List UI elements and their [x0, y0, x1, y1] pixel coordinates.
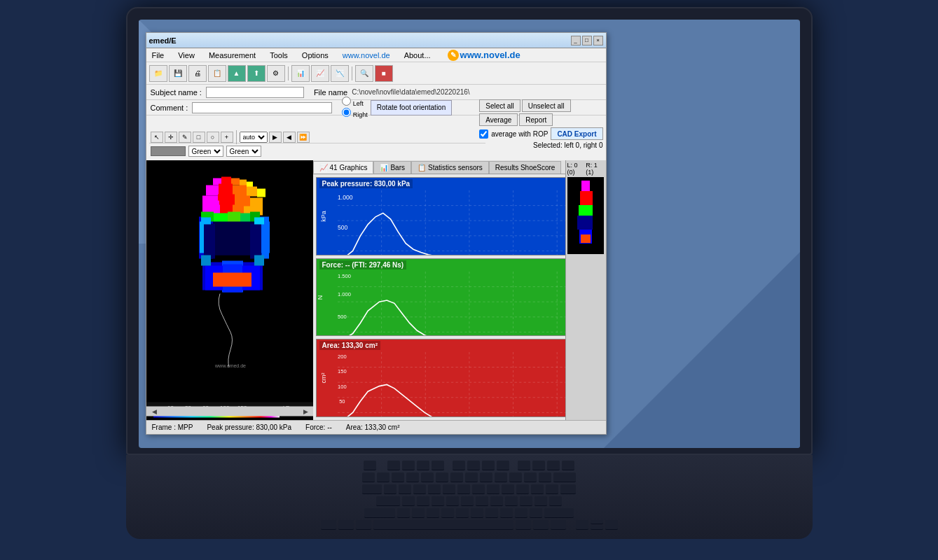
key-4[interactable]	[421, 472, 434, 482]
key-f2[interactable]	[402, 461, 415, 470]
menu-measurement[interactable]: Measurement	[206, 50, 258, 61]
key-f12[interactable]	[562, 461, 574, 470]
rotate-foot-button[interactable]: Rotate foot orientation	[371, 100, 452, 115]
key-z[interactable]	[397, 508, 410, 518]
key-comma[interactable]	[500, 508, 513, 518]
key-period[interactable]	[515, 508, 527, 518]
key-f4[interactable]	[432, 461, 444, 470]
key-f9[interactable]	[518, 461, 530, 470]
key-shift-r[interactable]	[544, 508, 574, 518]
key-f3[interactable]	[417, 461, 429, 470]
toolbar-btn-2[interactable]: 💾	[169, 65, 187, 82]
key-v[interactable]	[441, 508, 454, 518]
key-i[interactable]	[487, 484, 499, 494]
tool-btn-plus[interactable]: +	[221, 132, 233, 143]
key-caps[interactable]	[376, 496, 400, 506]
maximize-button[interactable]: □	[582, 36, 592, 46]
key-f11[interactable]	[547, 461, 560, 470]
key-fn[interactable]	[533, 520, 549, 530]
key-up[interactable]	[591, 520, 603, 524]
radio-left[interactable]	[342, 97, 351, 106]
key-f1[interactable]	[387, 461, 400, 470]
tool-btn-circle[interactable]: ○	[207, 132, 219, 143]
toolbar-btn-8[interactable]: 📊	[291, 65, 310, 82]
key-altgr[interactable]	[516, 520, 531, 530]
key-s[interactable]	[417, 496, 429, 506]
key-x[interactable]	[412, 508, 425, 518]
key-o[interactable]	[502, 484, 514, 494]
comment-input[interactable]	[192, 102, 332, 113]
select-all-button[interactable]: Select all	[479, 99, 520, 112]
key-f8[interactable]	[497, 461, 509, 470]
key-g[interactable]	[461, 496, 474, 506]
key-f7[interactable]	[482, 461, 495, 470]
tab-statistics[interactable]: 📋 Statistics sensors	[411, 161, 489, 174]
key-enter[interactable]	[560, 484, 576, 494]
key-ctrl-r[interactable]	[551, 520, 566, 530]
key-e[interactable]	[413, 484, 426, 494]
close-button[interactable]: ×	[593, 36, 603, 46]
key-f10[interactable]	[532, 461, 545, 470]
key-b[interactable]	[456, 508, 469, 518]
key-w[interactable]	[399, 484, 411, 494]
key-ctrl-l[interactable]	[321, 520, 336, 530]
menu-about[interactable]: About...	[401, 50, 434, 61]
key-semi[interactable]	[534, 496, 547, 506]
unselect-all-button[interactable]: Unselect all	[522, 99, 571, 112]
menu-tools[interactable]: Tools	[267, 50, 291, 61]
toolbar-btn-10[interactable]: 📉	[331, 65, 349, 82]
key-6[interactable]	[450, 472, 463, 482]
tool-btn-rect[interactable]: □	[193, 132, 205, 143]
tab-graphics[interactable]: 📈 41 Graphics	[313, 161, 374, 174]
key-m[interactable]	[485, 508, 498, 518]
key-r[interactable]	[428, 484, 441, 494]
key-slash[interactable]	[530, 508, 542, 518]
key-k[interactable]	[505, 496, 518, 506]
cad-export-button[interactable]: CAD Export	[551, 127, 602, 140]
key-tab[interactable]	[362, 484, 382, 494]
key-minus[interactable]	[524, 472, 537, 482]
key-d[interactable]	[432, 496, 444, 506]
key-n[interactable]	[471, 508, 483, 518]
tab-results[interactable]: Results ShoeScore	[489, 161, 562, 174]
key-2[interactable]	[392, 472, 404, 482]
key-backspace[interactable]	[553, 472, 576, 482]
key-f[interactable]	[446, 496, 459, 506]
color-select-1[interactable]: Green	[188, 146, 223, 157]
key-7[interactable]	[465, 472, 478, 482]
average-button[interactable]: Average	[479, 113, 518, 126]
website-link[interactable]: www.novel.de	[460, 50, 520, 60]
tool-btn-cursor[interactable]: ↖	[151, 132, 163, 143]
key-3[interactable]	[406, 472, 419, 482]
key-y[interactable]	[457, 484, 470, 494]
key-esc[interactable]	[364, 461, 376, 470]
toolbar-btn-3[interactable]: 🖨	[188, 65, 207, 82]
menu-website[interactable]: www.novel.de	[340, 50, 393, 61]
tool-btn-pencil[interactable]: ✎	[179, 132, 191, 143]
menu-options[interactable]: Options	[299, 50, 331, 61]
key-down[interactable]	[591, 526, 603, 530]
key-apos[interactable]	[549, 496, 562, 506]
key-lbracket[interactable]	[531, 484, 544, 494]
key-equal[interactable]	[539, 472, 551, 482]
key-a[interactable]	[402, 496, 415, 506]
toolbar-btn-4[interactable]: 📋	[208, 65, 226, 82]
key-1[interactable]	[377, 472, 389, 482]
tool-btn-fwd[interactable]: ⏩	[297, 132, 310, 143]
toolbar-btn-5[interactable]: ▲	[228, 65, 246, 82]
toolbar-btn-1[interactable]: 📁	[149, 65, 167, 82]
key-f5[interactable]	[453, 461, 465, 470]
key-u[interactable]	[472, 484, 485, 494]
key-backtick[interactable]	[362, 472, 375, 482]
auto-select[interactable]: auto	[240, 132, 268, 143]
key-space[interactable]	[373, 520, 513, 530]
key-l[interactable]	[520, 496, 532, 506]
key-alt[interactable]	[356, 520, 371, 530]
toolbar-btn-7[interactable]: ⚙	[267, 65, 285, 82]
key-5[interactable]	[436, 472, 448, 482]
tab-bars[interactable]: 📊 Bars	[373, 161, 411, 174]
toolbar-btn-11[interactable]: 🔍	[355, 65, 373, 82]
menu-file[interactable]: File	[149, 50, 167, 61]
key-rbracket[interactable]	[546, 484, 558, 494]
key-right[interactable]	[605, 520, 618, 530]
